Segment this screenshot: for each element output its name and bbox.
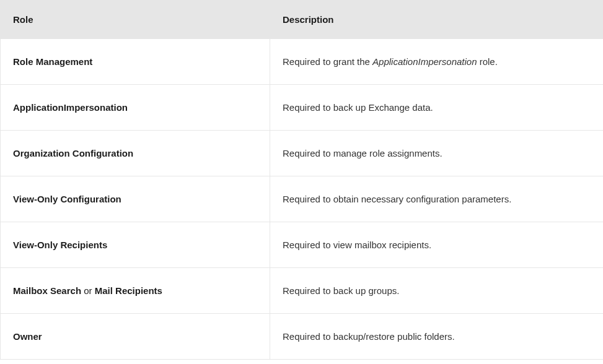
- description-cell: Required to obtain necessary configurati…: [270, 176, 604, 222]
- role-cell: Role Management: [1, 39, 270, 85]
- table-body: Role ManagementRequired to grant the App…: [1, 39, 604, 360]
- table-row: View-Only RecipientsRequired to view mai…: [1, 222, 604, 268]
- description-cell: Required to grant the ApplicationImperso…: [270, 39, 604, 85]
- description-cell: Required to back up groups.: [270, 268, 604, 314]
- table-row: ApplicationImpersonationRequired to back…: [1, 85, 604, 131]
- role-cell: ApplicationImpersonation: [1, 85, 270, 131]
- table-header-row: Role Description: [1, 1, 604, 39]
- role-cell: Organization Configuration: [1, 131, 270, 176]
- roles-table: Role Description Role ManagementRequired…: [0, 0, 603, 360]
- header-description: Description: [270, 1, 604, 39]
- role-cell: View-Only Recipients: [1, 222, 270, 268]
- role-cell: Mailbox Search or Mail Recipients: [1, 268, 270, 314]
- table-row: OwnerRequired to backup/restore public f…: [1, 314, 604, 360]
- table-row: View-Only ConfigurationRequired to obtai…: [1, 176, 604, 222]
- table-row: Role ManagementRequired to grant the App…: [1, 39, 604, 85]
- table-row: Mailbox Search or Mail RecipientsRequire…: [1, 268, 604, 314]
- header-role: Role: [1, 1, 270, 39]
- role-cell: Owner: [1, 314, 270, 360]
- description-cell: Required to back up Exchange data.: [270, 85, 604, 131]
- description-cell: Required to view mailbox recipients.: [270, 222, 604, 268]
- description-cell: Required to manage role assignments.: [270, 131, 604, 176]
- table-row: Organization ConfigurationRequired to ma…: [1, 131, 604, 176]
- description-cell: Required to backup/restore public folder…: [270, 314, 604, 360]
- role-cell: View-Only Configuration: [1, 176, 270, 222]
